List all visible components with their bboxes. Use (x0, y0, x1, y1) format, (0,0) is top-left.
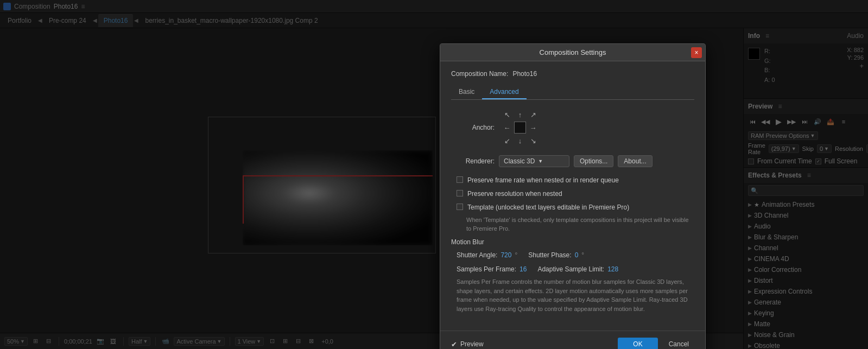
shutter-angle-value[interactable]: 720 (500, 251, 511, 259)
ok-button[interactable]: OK (618, 338, 657, 349)
preserve-frame-rate-checkbox[interactable] (457, 176, 463, 183)
tab-basic[interactable]: Basic (451, 85, 482, 99)
anchor-mr[interactable]: → (527, 122, 539, 134)
adaptive-sample-limit-value[interactable]: 128 (607, 265, 618, 273)
anchor-section: Anchor: ↖ ↑ ↗ ← → ↙ ↓ ↘ (451, 109, 694, 147)
composition-settings-modal: Composition Settings × Composition Name:… (440, 43, 706, 349)
modal-title: Composition Settings (540, 48, 606, 56)
anchor-br[interactable]: ↘ (527, 135, 539, 147)
anchor-mc[interactable] (514, 122, 526, 134)
shutter-angle-unit: ° (515, 251, 517, 259)
comp-name-value[interactable]: Photo16 (512, 70, 537, 78)
samples-per-frame-value[interactable]: 16 (519, 265, 527, 273)
modal-footer: ✔ Preview OK Cancel (440, 331, 705, 349)
tab-advanced[interactable]: Advanced (482, 85, 526, 99)
preview-checkmark-icon: ✔ (451, 340, 457, 348)
samples-row: Samples Per Frame: 16 Adaptive Sample Li… (451, 265, 694, 273)
samples-per-frame-field: Samples Per Frame: 16 (457, 265, 527, 273)
samples-per-frame-label: Samples Per Frame: (457, 265, 516, 273)
preserve-resolution-label: Preserve resolution when nested (467, 189, 562, 199)
adaptive-sample-limit-field: Adaptive Sample Limit: 128 (537, 265, 618, 273)
shutter-phase-unit: ° (581, 251, 584, 259)
template-description: When 'Template' is checked, only templat… (451, 216, 694, 233)
shutter-phase-label: Shutter Phase: (528, 251, 571, 259)
renderer-label: Renderer: (451, 157, 495, 165)
modal-overlay[interactable]: Composition Settings × Composition Name:… (0, 0, 868, 349)
comp-name-label: Composition Name: (451, 70, 508, 78)
comp-name-row: Composition Name: Photo16 (451, 70, 694, 78)
shutter-phase-field: Shutter Phase: 0 ° (528, 251, 584, 259)
options-button[interactable]: Options... (574, 155, 613, 167)
renderer-row: Renderer: Classic 3D ▼ Options... About.… (451, 155, 694, 167)
adaptive-sample-limit-label: Adaptive Sample Limit: (537, 265, 604, 273)
template-label: Template (unlocked text layers editable … (467, 203, 629, 212)
renderer-dropdown[interactable]: Classic 3D ▼ (499, 155, 569, 167)
anchor-tr[interactable]: ↗ (527, 109, 539, 120)
motion-blur-label: Motion Blur (451, 238, 694, 246)
shutter-phase-value[interactable]: 0 (575, 251, 579, 259)
samples-description: Samples Per Frame controls the number of… (451, 277, 694, 313)
modal-titlebar: Composition Settings × (440, 44, 705, 61)
motion-blur-row: Shutter Angle: 720 ° Shutter Phase: 0 ° (451, 251, 694, 259)
cancel-button[interactable]: Cancel (663, 338, 694, 349)
modal-close-button[interactable]: × (691, 47, 702, 58)
shutter-angle-field: Shutter Angle: 720 ° (457, 251, 517, 259)
template-checkbox[interactable] (457, 204, 463, 210)
anchor-label: Anchor: (451, 124, 495, 131)
anchor-tl[interactable]: ↖ (501, 109, 513, 120)
anchor-bl[interactable]: ↙ (501, 135, 513, 147)
preserve-frame-rate-row: Preserve frame rate when nested or in re… (451, 176, 694, 185)
anchor-ml[interactable]: ← (501, 122, 513, 134)
footer-preview: ✔ Preview (451, 340, 612, 348)
preserve-resolution-checkbox[interactable] (457, 190, 463, 196)
shutter-angle-label: Shutter Angle: (457, 251, 497, 259)
template-row: Template (unlocked text layers editable … (451, 203, 694, 212)
preserve-frame-rate-label: Preserve frame rate when nested or in re… (467, 176, 619, 185)
preview-footer-label: Preview (460, 340, 484, 348)
anchor-tc[interactable]: ↑ (514, 109, 526, 120)
modal-body: Composition Name: Photo16 Basic Advanced… (440, 61, 705, 331)
anchor-bc[interactable]: ↓ (514, 135, 526, 147)
preserve-resolution-row: Preserve resolution when nested (451, 189, 694, 199)
renderer-arrow: ▼ (538, 158, 543, 164)
modal-tabs: Basic Advanced (451, 85, 694, 100)
anchor-grid: ↖ ↑ ↗ ← → ↙ ↓ ↘ (501, 109, 539, 147)
about-button[interactable]: About... (618, 155, 652, 167)
